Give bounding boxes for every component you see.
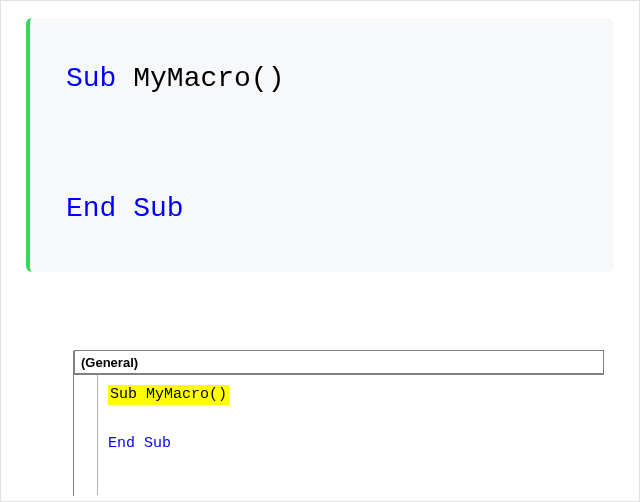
- code-pane[interactable]: Sub MyMacro() End Sub: [74, 375, 604, 495]
- editor-left-margin: [34, 351, 74, 496]
- code-gutter: [74, 375, 98, 495]
- editor-line-1: Sub MyMacro(): [108, 385, 229, 405]
- vba-editor-panel: (General) Sub MyMacro() End Sub: [34, 348, 606, 498]
- code-lines: Sub MyMacro() End Sub: [108, 385, 229, 458]
- keyword-sub: Sub: [66, 63, 116, 94]
- identifier-mymacro: MyMacro(): [116, 63, 284, 94]
- object-dropdown-label: (General): [81, 355, 138, 370]
- execution-highlight: Sub MyMacro(): [108, 385, 229, 405]
- code-snippet-block: Sub MyMacro() End Sub: [26, 18, 614, 272]
- object-dropdown[interactable]: (General): [74, 350, 604, 374]
- blank-lines: [66, 100, 578, 188]
- editor-line-blank: [108, 409, 229, 429]
- keyword-endsub: End Sub: [66, 193, 184, 224]
- code-line-2: End Sub: [66, 188, 578, 230]
- editor-line-2: End Sub: [108, 434, 229, 454]
- code-line-1: Sub MyMacro(): [66, 58, 578, 100]
